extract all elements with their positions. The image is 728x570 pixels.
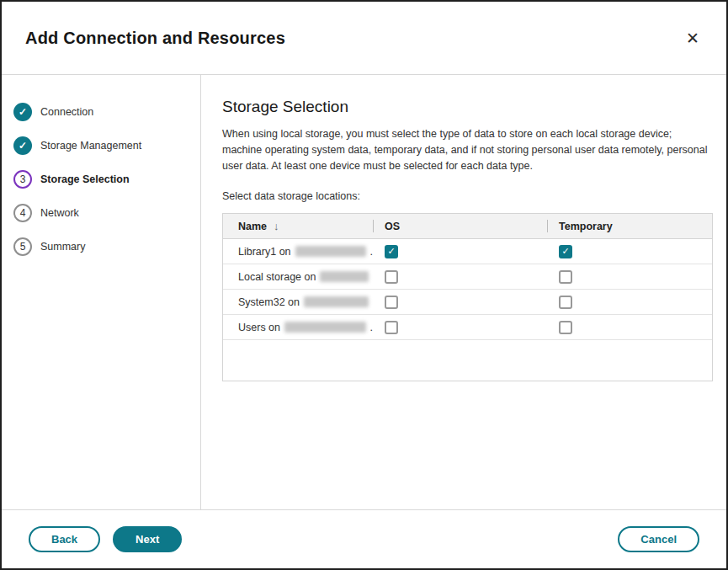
step-label: Storage Management: [40, 140, 141, 152]
os-checkbox[interactable]: ✓: [385, 245, 398, 258]
page-title: Storage Selection: [222, 98, 713, 116]
storage-name: System32 on: [238, 296, 300, 308]
storage-name-cell: Users on .: [223, 315, 373, 339]
next-button[interactable]: Next: [113, 526, 182, 552]
os-checkbox[interactable]: [385, 321, 398, 334]
column-header-os[interactable]: OS: [373, 214, 547, 238]
storage-name-cell: System32 on: [223, 290, 373, 314]
temporary-checkbox[interactable]: ✓: [559, 245, 572, 258]
step-storage-management[interactable]: ✓ Storage Management: [13, 129, 200, 162]
column-divider: [547, 220, 548, 232]
step-number-badge: 3: [13, 170, 32, 189]
redacted-server-name: [284, 322, 365, 333]
wizard-steps-sidebar: ✓ Connection ✓ Storage Management 3 Stor…: [2, 75, 201, 509]
table-row: System32 on: [223, 290, 712, 315]
add-connection-dialog: Add Connection and Resources ✕ ✓ Connect…: [0, 0, 728, 570]
step-number-badge: 4: [13, 204, 32, 222]
step-label: Storage Selection: [40, 173, 130, 185]
os-checkbox[interactable]: [385, 296, 398, 309]
column-os-label: OS: [385, 221, 400, 232]
table-row: Library1 on . ✓ ✓: [223, 239, 712, 264]
table-row: Local storage on: [223, 264, 712, 290]
storage-name: Local storage on: [238, 271, 316, 283]
column-temporary-label: Temporary: [559, 221, 613, 232]
dialog-footer: Back Next Cancel: [2, 509, 726, 568]
table-header-row: Name ↓ OS Temporary: [223, 214, 712, 239]
storage-name-cell: Library1 on .: [223, 239, 373, 264]
cancel-button[interactable]: Cancel: [618, 526, 699, 552]
redacted-server-name: [320, 271, 369, 282]
step-complete-check-icon: ✓: [13, 103, 32, 121]
step-label: Summary: [40, 241, 85, 253]
close-icon[interactable]: ✕: [683, 27, 703, 50]
step-label: Network: [40, 207, 79, 219]
step-storage-selection[interactable]: 3 Storage Selection: [13, 162, 200, 196]
title-bar: Add Connection and Resources ✕: [2, 2, 726, 75]
temporary-checkbox[interactable]: [559, 270, 572, 284]
back-button[interactable]: Back: [29, 526, 100, 552]
step-summary[interactable]: 5 Summary: [13, 230, 200, 264]
storage-locations-table: Name ↓ OS Temporary Library1 on: [222, 213, 713, 381]
table-empty-area: [223, 340, 712, 381]
storage-selection-panel: Storage Selection When using local stora…: [201, 75, 728, 509]
temporary-checkbox[interactable]: [559, 321, 572, 334]
column-header-temporary[interactable]: Temporary: [547, 214, 712, 238]
dialog-title: Add Connection and Resources: [25, 29, 285, 48]
redacted-server-name: [304, 296, 369, 307]
step-number-badge: 5: [13, 237, 32, 256]
redacted-server-name: [295, 246, 366, 257]
step-network[interactable]: 4 Network: [13, 196, 200, 230]
table-row: Users on .: [223, 315, 712, 340]
step-label: Connection: [40, 106, 93, 118]
storage-name: Users on: [238, 322, 280, 333]
column-header-name[interactable]: Name ↓: [223, 214, 373, 238]
instruction-label: Select data storage locations:: [222, 190, 713, 202]
storage-name: Library1 on: [238, 246, 291, 258]
step-complete-check-icon: ✓: [13, 136, 32, 155]
column-name-label: Name: [238, 221, 267, 232]
os-checkbox[interactable]: [385, 270, 398, 284]
step-connection[interactable]: ✓ Connection: [13, 95, 200, 129]
temporary-checkbox[interactable]: [559, 296, 572, 309]
description-text: When using local storage, you must selec…: [222, 126, 713, 173]
column-divider: [373, 220, 374, 232]
storage-name-cell: Local storage on: [223, 264, 373, 289]
sort-descending-icon: ↓: [274, 220, 279, 232]
